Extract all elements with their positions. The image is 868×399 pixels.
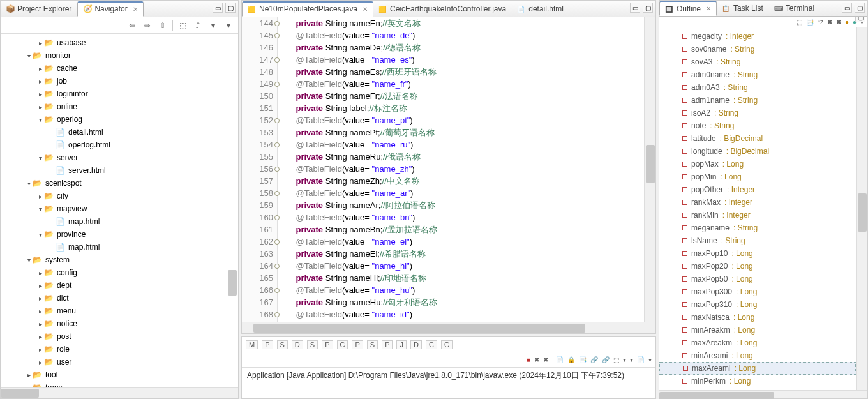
- outline-field-minAreakm[interactable]: minAreakm: Long: [659, 324, 856, 336]
- outline-tool-0[interactable]: ⬚: [797, 19, 802, 26]
- code-line[interactable]: private String nameEs;//西班牙语名称: [287, 66, 644, 78]
- code-line[interactable]: private String nameBn;//孟加拉语名称: [287, 223, 644, 236]
- outline-tool-4[interactable]: ✖: [836, 19, 841, 26]
- tree-item-server.html[interactable]: server.html: [1, 164, 238, 177]
- code-line[interactable]: @TableField(value= "name_hi"): [287, 260, 644, 272]
- nav-tool-5[interactable]: ⤴: [192, 20, 204, 31]
- outline-vscroll-thumb[interactable]: [858, 193, 867, 232]
- outline-field-maxPop10[interactable]: maxPop10: Long: [659, 247, 856, 260]
- outline-tree[interactable]: megacity: Integersov0name: StringsovA3: …: [659, 27, 856, 390]
- tab-ceic[interactable]: CeicEarthquakeInfoController.java: [373, 1, 512, 17]
- tab-detail[interactable]: detail.html: [512, 1, 569, 17]
- editor-minimize-icon[interactable]: ▭: [630, 3, 640, 13]
- outline-field-adm0name[interactable]: adm0name: String: [659, 68, 856, 81]
- tree-item-detail.html[interactable]: detail.html: [1, 126, 238, 139]
- editor-code[interactable]: private String nameEn;//英文名称 @TableField…: [278, 17, 644, 322]
- tree-item-operlog.html[interactable]: operlog.html: [1, 139, 238, 151]
- console-cat-0[interactable]: M: [246, 340, 258, 349]
- twisty-icon[interactable]: ▾: [36, 154, 44, 162]
- code-line[interactable]: private String nameEn;//英文名称: [287, 17, 644, 29]
- twisty-icon[interactable]: ▾: [25, 257, 33, 264]
- code-line[interactable]: @TableField(value= "name_ru"): [287, 139, 644, 151]
- outline-field-maxNatsca[interactable]: maxNatsca: Long: [659, 311, 856, 324]
- outline-field-maxAreami[interactable]: maxAreami: Long: [659, 362, 856, 375]
- twisty-icon[interactable]: ▸: [36, 333, 44, 340]
- console-cat-3[interactable]: D: [292, 340, 303, 349]
- twisty-icon[interactable]: ▸: [36, 103, 44, 110]
- twisty-icon[interactable]: ▸: [36, 269, 44, 276]
- tree-item-job[interactable]: ▸job: [1, 75, 238, 87]
- console-cat-4[interactable]: S: [307, 340, 318, 349]
- code-line[interactable]: @TableField(value= "name_zh"): [287, 163, 644, 175]
- outline-hscroll-thumb[interactable]: [659, 392, 774, 399]
- code-line[interactable]: private String nameAr;//阿拉伯语名称: [287, 199, 644, 211]
- navigator-tree[interactable]: ▸usabase▾monitor▸cache▸job▸logininfor▸on…: [1, 34, 238, 387]
- project-explorer-tab[interactable]: Project Explorer: [1, 1, 77, 17]
- twisty-icon[interactable]: ▸: [36, 193, 44, 200]
- console-cat-2[interactable]: S: [277, 340, 288, 349]
- editor-vscroll-thumb[interactable]: [646, 145, 655, 183]
- tree-item-dict[interactable]: ▸dict: [1, 292, 238, 305]
- code-line[interactable]: @TableField(value= "name_hu"): [287, 284, 644, 296]
- twisty-icon[interactable]: ▾: [25, 52, 33, 59]
- console-cat-6[interactable]: C: [337, 340, 348, 349]
- console-action-13[interactable]: ▾: [648, 356, 652, 363]
- tree-item-province[interactable]: ▾province: [1, 228, 238, 241]
- outline-field-maxPop50[interactable]: maxPop50: Long: [659, 273, 856, 285]
- twisty-icon[interactable]: ▸: [36, 346, 44, 353]
- tree-item-city[interactable]: ▸city: [1, 190, 238, 202]
- outline-vscroll[interactable]: [856, 27, 867, 390]
- code-line[interactable]: @TableField(value= "name_pt"): [287, 114, 644, 126]
- outline-field-megacity[interactable]: megacity: Integer: [659, 30, 856, 43]
- twisty-icon[interactable]: ▸: [36, 40, 44, 47]
- nav-tool-0[interactable]: ⇦: [126, 20, 138, 31]
- outline-field-maxPop20[interactable]: maxPop20: Long: [659, 260, 856, 273]
- tree-hscroll[interactable]: [1, 387, 238, 398]
- outline-field-note[interactable]: note: String: [659, 119, 856, 132]
- tree-item-operlog[interactable]: ▾operlog: [1, 113, 238, 126]
- outline-tool-3[interactable]: ✖: [827, 19, 832, 26]
- twisty-icon[interactable]: ▾: [36, 206, 44, 213]
- code-line[interactable]: @TableField(value= "name_el"): [287, 236, 644, 248]
- close-icon[interactable]: ✕: [133, 6, 138, 13]
- outline-field-minAreami[interactable]: minAreami: Long: [659, 349, 856, 362]
- console-action-12[interactable]: 📄: [637, 356, 645, 363]
- console-action-8[interactable]: 🔗: [602, 356, 610, 363]
- twisty-icon[interactable]: ▸: [36, 320, 44, 327]
- tree-item-map.html[interactable]: map.html: [1, 215, 238, 228]
- code-line[interactable]: @TableField(value= "name_bn"): [287, 211, 644, 223]
- outline-field-sov0name[interactable]: sov0name: String: [659, 43, 856, 56]
- twisty-icon[interactable]: ▸: [25, 372, 33, 379]
- tree-item-user[interactable]: ▸user: [1, 356, 238, 368]
- console-action-11[interactable]: ▾: [630, 356, 633, 363]
- console-cat-11[interactable]: D: [410, 340, 422, 349]
- nav-tool-2[interactable]: ⇧: [157, 20, 168, 31]
- console-action-7[interactable]: 🔗: [590, 356, 598, 363]
- twisty-icon[interactable]: ▸: [36, 295, 44, 302]
- twisty-icon[interactable]: ▾: [36, 116, 44, 123]
- tree-item-menu[interactable]: ▸menu: [1, 305, 238, 317]
- tree-item-trans[interactable]: ▸trans: [1, 381, 238, 387]
- twisty-icon[interactable]: ▸: [36, 65, 44, 72]
- code-line[interactable]: private String nameFr;//法语名称: [287, 90, 644, 102]
- outline-field-maxPop310[interactable]: maxPop310: Long: [659, 298, 856, 311]
- outline-field-maxPop300[interactable]: maxPop300: Long: [659, 285, 856, 298]
- outline-field-maxAreakm[interactable]: maxAreakm: Long: [659, 336, 856, 349]
- outline-field-longitude[interactable]: longitude: BigDecimal: [659, 145, 856, 158]
- tree-item-logininfor[interactable]: ▸logininfor: [1, 87, 238, 100]
- outline-field-rankMax[interactable]: rankMax: Integer: [659, 196, 856, 209]
- close-icon[interactable]: ✕: [706, 5, 711, 12]
- outline-field-popMin[interactable]: popMin: Long: [659, 170, 856, 183]
- console-cat-13[interactable]: C: [441, 340, 453, 349]
- maximize-icon[interactable]: ▢: [225, 3, 236, 13]
- editor-body[interactable]: 1441451461471481491501511521531541551561…: [242, 17, 655, 322]
- minimize-icon[interactable]: ▭: [213, 3, 223, 13]
- tree-item-monitor[interactable]: ▾monitor: [1, 49, 238, 62]
- twisty-icon[interactable]: ▾: [36, 231, 44, 238]
- outline-tool-2[interactable]: ᵃz: [818, 19, 823, 26]
- code-line[interactable]: @TableField(value= "name_ar"): [287, 187, 644, 199]
- outline-field-minPerkm[interactable]: minPerkm: Long: [659, 375, 856, 388]
- code-line[interactable]: private String namePt;//葡萄牙语名称: [287, 126, 644, 139]
- code-line[interactable]: private String nameHi;//印地语名称: [287, 272, 644, 284]
- code-line[interactable]: private String nameZh;//中文名称: [287, 175, 644, 187]
